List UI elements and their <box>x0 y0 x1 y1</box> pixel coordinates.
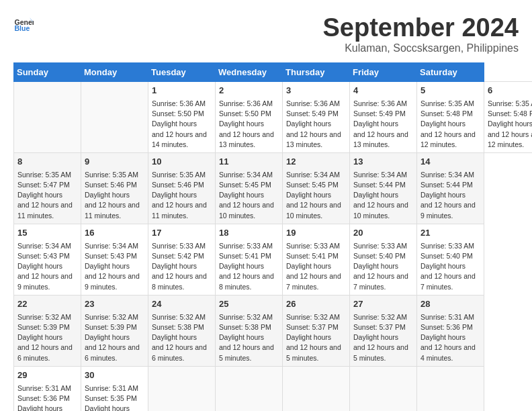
day-cell: 12Sunrise: 5:34 AMSunset: 5:45 PMDayligh… <box>283 152 350 224</box>
day-cell: 6Sunrise: 5:35 AMSunset: 5:48 PMDaylight… <box>484 82 533 153</box>
day-cell: 19Sunrise: 5:33 AMSunset: 5:41 PMDayligh… <box>283 224 350 295</box>
day-number: 22 <box>17 298 77 311</box>
day-number: 15 <box>17 227 77 240</box>
day-number: 30 <box>85 369 144 382</box>
day-cell: 13Sunrise: 5:34 AMSunset: 5:44 PMDayligh… <box>350 152 417 224</box>
day-cell: 10Sunrise: 5:35 AMSunset: 5:46 PMDayligh… <box>148 152 216 224</box>
day-cell: 20Sunrise: 5:33 AMSunset: 5:40 PMDayligh… <box>350 224 417 295</box>
day-number: 11 <box>219 156 279 169</box>
day-number: 12 <box>286 156 346 169</box>
empty-day-cell <box>350 366 417 411</box>
weekday-header: Friday <box>350 63 417 82</box>
calendar-table: SundayMondayTuesdayWednesdayThursdayFrid… <box>13 62 532 411</box>
calendar-week-row: 29Sunrise: 5:31 AMSunset: 5:36 PMDayligh… <box>14 366 533 411</box>
day-cell: 23Sunrise: 5:32 AMSunset: 5:39 PMDayligh… <box>81 295 148 366</box>
day-cell: 9Sunrise: 5:35 AMSunset: 5:46 PMDaylight… <box>81 152 148 224</box>
day-cell: 11Sunrise: 5:34 AMSunset: 5:45 PMDayligh… <box>216 152 283 224</box>
empty-day-cell <box>216 366 283 411</box>
day-cell: 2Sunrise: 5:36 AMSunset: 5:50 PMDaylight… <box>216 82 283 153</box>
weekday-header: Thursday <box>283 63 350 82</box>
day-cell: 8Sunrise: 5:35 AMSunset: 5:47 PMDaylight… <box>14 152 81 224</box>
day-number: 18 <box>219 227 279 240</box>
day-number: 17 <box>152 227 212 240</box>
day-number: 19 <box>286 227 346 240</box>
day-number: 26 <box>286 298 346 311</box>
day-cell: 30Sunrise: 5:31 AMSunset: 5:35 PMDayligh… <box>81 366 148 411</box>
logo-icon: General Blue <box>13 13 34 34</box>
day-cell: 15Sunrise: 5:34 AMSunset: 5:43 PMDayligh… <box>14 224 81 295</box>
day-number: 13 <box>353 156 413 169</box>
day-number: 8 <box>17 156 77 169</box>
calendar-week-row: 15Sunrise: 5:34 AMSunset: 5:43 PMDayligh… <box>14 224 533 295</box>
day-number: 5 <box>420 85 480 97</box>
day-cell: 29Sunrise: 5:31 AMSunset: 5:36 PMDayligh… <box>14 366 81 411</box>
day-number: 29 <box>17 369 77 382</box>
page-header: General Blue September 2024 Kulaman, Soc… <box>13 13 519 54</box>
day-cell: 5Sunrise: 5:35 AMSunset: 5:48 PMDaylight… <box>417 82 484 153</box>
day-cell: 3Sunrise: 5:36 AMSunset: 5:49 PMDaylight… <box>283 82 350 153</box>
day-number: 21 <box>420 227 480 240</box>
day-number: 1 <box>152 85 212 97</box>
day-cell: 25Sunrise: 5:32 AMSunset: 5:38 PMDayligh… <box>216 295 283 366</box>
empty-day-cell <box>148 366 216 411</box>
day-number: 27 <box>353 298 413 311</box>
day-number: 23 <box>85 298 144 311</box>
title-block: September 2024 Kulaman, Soccsksargen, Ph… <box>323 13 519 54</box>
day-cell: 4Sunrise: 5:36 AMSunset: 5:49 PMDaylight… <box>350 82 417 153</box>
day-number: 4 <box>353 85 413 97</box>
day-number: 25 <box>219 298 279 311</box>
day-cell: 1Sunrise: 5:36 AMSunset: 5:50 PMDaylight… <box>148 82 216 153</box>
day-number: 20 <box>353 227 413 240</box>
day-cell: 24Sunrise: 5:32 AMSunset: 5:38 PMDayligh… <box>148 295 216 366</box>
day-number: 3 <box>286 85 346 97</box>
empty-day-cell <box>283 366 350 411</box>
calendar-header-row: SundayMondayTuesdayWednesdayThursdayFrid… <box>14 63 533 82</box>
empty-day-cell <box>81 82 148 153</box>
logo: General Blue <box>13 13 34 34</box>
day-cell: 26Sunrise: 5:32 AMSunset: 5:37 PMDayligh… <box>283 295 350 366</box>
day-number: 28 <box>420 298 480 311</box>
day-cell: 22Sunrise: 5:32 AMSunset: 5:39 PMDayligh… <box>14 295 81 366</box>
day-cell: 16Sunrise: 5:34 AMSunset: 5:43 PMDayligh… <box>81 224 148 295</box>
day-cell: 21Sunrise: 5:33 AMSunset: 5:40 PMDayligh… <box>417 224 484 295</box>
weekday-header: Sunday <box>14 63 81 82</box>
location-title: Kulaman, Soccsksargen, Philippines <box>323 42 519 54</box>
day-number: 10 <box>152 156 212 169</box>
empty-day-cell <box>14 82 81 153</box>
weekday-header: Wednesday <box>216 63 283 82</box>
day-cell: 14Sunrise: 5:34 AMSunset: 5:44 PMDayligh… <box>417 152 484 224</box>
svg-text:Blue: Blue <box>15 24 30 32</box>
day-number: 9 <box>85 156 144 169</box>
day-cell: 18Sunrise: 5:33 AMSunset: 5:41 PMDayligh… <box>216 224 283 295</box>
weekday-header: Monday <box>81 63 148 82</box>
day-number: 24 <box>152 298 212 311</box>
day-number: 2 <box>219 85 279 97</box>
day-number: 14 <box>420 156 480 169</box>
weekday-header: Saturday <box>417 63 484 82</box>
day-number: 16 <box>85 227 144 240</box>
day-cell: 27Sunrise: 5:32 AMSunset: 5:37 PMDayligh… <box>350 295 417 366</box>
day-cell: 17Sunrise: 5:33 AMSunset: 5:42 PMDayligh… <box>148 224 216 295</box>
month-title: September 2024 <box>323 13 519 42</box>
calendar-week-row: 22Sunrise: 5:32 AMSunset: 5:39 PMDayligh… <box>14 295 533 366</box>
calendar-week-row: 8Sunrise: 5:35 AMSunset: 5:47 PMDaylight… <box>14 152 533 224</box>
empty-day-cell <box>417 366 484 411</box>
day-cell: 28Sunrise: 5:31 AMSunset: 5:36 PMDayligh… <box>417 295 484 366</box>
weekday-header: Tuesday <box>148 63 216 82</box>
day-number: 6 <box>488 85 532 97</box>
calendar-week-row: 1Sunrise: 5:36 AMSunset: 5:50 PMDaylight… <box>14 82 533 153</box>
